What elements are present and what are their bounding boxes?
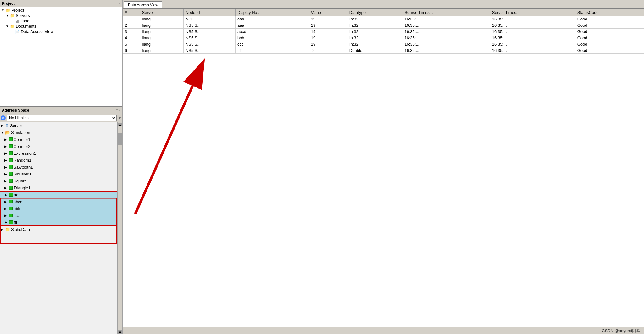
addr-item-sinusoid1[interactable]: ▶ Sinusoid1 <box>0 170 117 177</box>
aaa-label: aaa <box>14 192 21 197</box>
project-folder-icon: 📁 <box>6 8 11 13</box>
addr-item-triangle1[interactable]: ▶ Triangle1 <box>0 184 117 191</box>
table-cell-r2-c6: 16:35:... <box>402 29 490 35</box>
staticdata-arrow: ▶ <box>1 228 5 231</box>
abcd-node-icon <box>9 200 13 203</box>
addr-item-counter1[interactable]: ▶ Counter1 <box>0 136 117 143</box>
triangle1-arrow: ▶ <box>4 186 9 190</box>
bbb-arrow: ▶ <box>4 207 9 210</box>
fff-arrow: ▶ <box>5 220 9 224</box>
table-cell-r2-c3: abcd <box>235 29 309 35</box>
liang-server-icon: 🖥 <box>15 19 20 23</box>
addr-item-expression1[interactable]: ▶ Expression1 <box>0 150 117 157</box>
addr-item-ccc[interactable]: ▶ ccc <box>0 212 117 219</box>
table-cell-r1-c0: 2 <box>123 22 140 29</box>
col-header-servertime[interactable]: Server Times... <box>490 9 575 16</box>
addr-item-staticdata[interactable]: ▶ 📁 StaticData <box>0 226 117 233</box>
square1-label: Square1 <box>14 179 29 183</box>
table-cell-r5-c3: fff <box>235 47 309 54</box>
table-cell-r4-c3: ccc <box>235 41 309 47</box>
scrollbar-thumb[interactable] <box>118 133 122 145</box>
table-cell-r1-c2: NS5|S... <box>183 22 235 29</box>
server-node-label: Server <box>10 123 22 128</box>
table-row[interactable]: 5liangNS5|S...ccc19Int3216:35:...16:35:.… <box>123 41 644 47</box>
project-tree: ▼ 📁 Project ▼ 📁 Servers ▶ 🖥 liang <box>0 7 122 106</box>
bbb-node-icon <box>9 207 13 210</box>
square1-node-icon <box>9 179 13 183</box>
dav-arrow: ▶ <box>11 30 15 33</box>
project-panel-header: Project □ × <box>0 0 122 7</box>
documents-folder-icon: 📁 <box>10 24 15 29</box>
table-cell-r5-c8: Good <box>575 47 644 54</box>
sinusoid1-node-icon <box>9 172 13 176</box>
random1-arrow: ▶ <box>4 159 9 162</box>
counter2-node-icon <box>9 144 13 148</box>
aaa-arrow: ▶ <box>5 193 9 197</box>
status-bar: CSDN @beyond阿举. <box>123 327 644 334</box>
project-label: Project <box>11 8 24 13</box>
addr-item-bbb[interactable]: ▶ bbb <box>0 205 117 212</box>
ccc-arrow: ▶ <box>4 214 9 217</box>
sinusoid1-arrow: ▶ <box>4 172 9 176</box>
addr-item-counter2[interactable]: ▶ Counter2 <box>0 143 117 150</box>
table-row[interactable]: 6liangNS5|S...fff-2Double16:35:...16:35:… <box>123 47 644 54</box>
address-panel-controls: □ × <box>116 109 120 112</box>
fff-node-icon <box>9 220 13 224</box>
table-row[interactable]: 1liangNS5|S...aaa19Int3216:35:...16:35:.… <box>123 16 644 22</box>
scrollbar-down-arrow[interactable]: ▼ <box>118 330 122 334</box>
tree-item-data-access-view[interactable]: ▶ 📄 Data Access View <box>1 29 122 34</box>
counter1-arrow: ▶ <box>4 138 9 141</box>
table-cell-r2-c8: Good <box>575 29 644 35</box>
addr-item-simulation[interactable]: ▼ 📂 Simulation <box>0 129 117 136</box>
address-pin-icon[interactable]: □ <box>116 109 118 112</box>
address-scrollbar[interactable]: ▲ ▼ <box>117 122 122 334</box>
table-cell-r5-c4: -2 <box>309 47 347 54</box>
scrollbar-track[interactable] <box>118 126 122 330</box>
tree-item-servers[interactable]: ▼ 📁 Servers <box>1 13 122 18</box>
table-row[interactable]: 4liangNS5|S...bbb19Int3216:35:...16:35:.… <box>123 35 644 41</box>
col-header-nodeid[interactable]: Node Id <box>183 9 235 16</box>
addr-item-fff[interactable]: ▶ fff <box>0 219 117 226</box>
tab-data-access-view[interactable]: Data Access View <box>124 1 162 8</box>
addr-item-square1[interactable]: ▶ Square1 <box>0 177 117 184</box>
filter-dropdown-arrow: ▼ <box>118 116 122 120</box>
col-header-statuscode[interactable]: StatusCode <box>575 9 644 16</box>
data-table-container: # Server Node Id Display Na... Value Dat… <box>123 9 644 327</box>
col-header-sourcetime[interactable]: Source Times... <box>402 9 490 16</box>
address-tree: ▶ 🖥 Server ▼ 📂 Simulation ▶ Count <box>0 122 117 334</box>
table-row[interactable]: 2liangNS5|S...aaa19Int3216:35:...16:35:.… <box>123 22 644 29</box>
address-close-icon[interactable]: × <box>119 109 120 112</box>
highlight-filter-select[interactable]: No Highlight Highlight All Custom <box>7 115 117 121</box>
addr-item-sawtooth1[interactable]: ▶ Sawtooth1 <box>0 164 117 170</box>
bbb-label: bbb <box>14 206 20 211</box>
col-header-server[interactable]: Server <box>140 9 183 16</box>
abcd-arrow: ▶ <box>4 200 9 203</box>
addr-item-server[interactable]: ▶ 🖥 Server <box>0 122 117 129</box>
abcd-label: abcd <box>14 199 22 204</box>
col-header-value[interactable]: Value <box>309 9 347 16</box>
table-cell-r4-c0: 5 <box>123 41 140 47</box>
addr-item-random1[interactable]: ▶ Random1 <box>0 157 117 164</box>
left-panel: Project □ × ▼ 📁 Project ▼ 📁 Servers <box>0 0 123 334</box>
scrollbar-up-arrow[interactable]: ▲ <box>118 123 122 126</box>
tree-item-liang[interactable]: ▶ 🖥 liang <box>1 18 122 24</box>
table-cell-r4-c1: liang <box>140 41 183 47</box>
servers-folder-icon: 📁 <box>10 14 15 18</box>
table-cell-r5-c0: 6 <box>123 47 140 54</box>
project-pin-icon[interactable]: □ <box>116 2 118 5</box>
documents-label: Documents <box>16 24 36 29</box>
liang-arrow: ▶ <box>11 19 15 23</box>
tree-item-project[interactable]: ▼ 📁 Project <box>1 8 122 13</box>
tree-item-documents[interactable]: ▼ 📁 Documents <box>1 24 122 29</box>
counter2-label: Counter2 <box>14 144 30 149</box>
triangle1-label: Triangle1 <box>14 186 31 190</box>
random1-node-icon <box>9 158 13 162</box>
table-cell-r2-c2: NS5|S... <box>183 29 235 35</box>
col-header-num[interactable]: # <box>123 9 140 16</box>
addr-item-aaa[interactable]: ▶ aaa <box>0 191 117 198</box>
table-row[interactable]: 3liangNS5|S...abcd19Int3216:35:...16:35:… <box>123 29 644 35</box>
col-header-displayname[interactable]: Display Na... <box>235 9 309 16</box>
addr-item-abcd[interactable]: ▶ abcd <box>0 198 117 205</box>
project-close-icon[interactable]: × <box>119 2 120 5</box>
col-header-datatype[interactable]: Datatype <box>347 9 402 16</box>
